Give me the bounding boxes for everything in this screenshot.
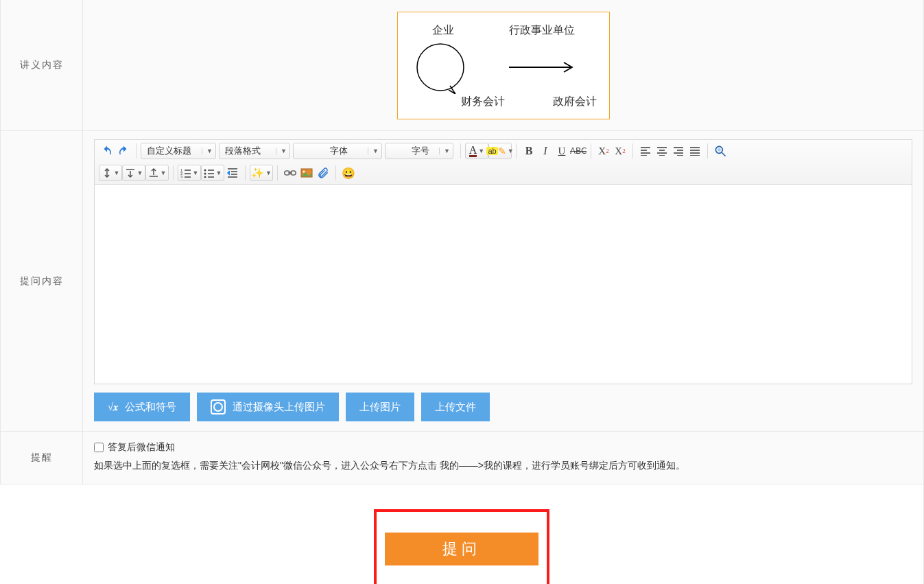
- wechat-notify-checkbox-wrapper[interactable]: 答复后微信通知: [94, 441, 912, 454]
- chevron-down-icon: ▼: [216, 170, 222, 176]
- chevron-down-icon: ▼: [137, 170, 143, 176]
- font-family-label: 字体: [330, 145, 348, 157]
- lecture-text-admin-unit: 行政事业单位: [509, 23, 575, 38]
- lecture-text-financial-accounting: 财务会计: [461, 95, 505, 109]
- redo-button[interactable]: [115, 143, 132, 159]
- row-question: 提问内容 自定义标题 ▼ 段落格式 ▼: [0, 131, 924, 432]
- paragraph-format-label: 段落格式: [225, 145, 261, 157]
- ordered-list-button[interactable]: 123 ▼: [178, 165, 201, 181]
- italic-button[interactable]: I: [537, 143, 554, 159]
- lecture-mid-row: [410, 40, 597, 96]
- lecture-diagram-box: 企业 行政事业单位 财务会计 政: [397, 12, 610, 119]
- wechat-notify-label: 答复后微信通知: [108, 441, 175, 454]
- reminder-content-cell: 答复后微信通知 如果选中上面的复选框，需要关注"会计网校"微信公众号，进入公众号…: [83, 432, 923, 484]
- custom-title-select[interactable]: 自定义标题 ▼: [141, 143, 216, 159]
- highlight-color-button[interactable]: ab✎ ▼: [488, 143, 512, 159]
- toolbar-separator: [173, 165, 174, 180]
- svg-point-0: [417, 44, 464, 91]
- submit-button[interactable]: 提问: [385, 533, 538, 565]
- chevron-down-icon: ▼: [478, 148, 484, 154]
- toolbar-separator: [277, 165, 278, 180]
- upload-image-button[interactable]: 上传图片: [346, 393, 414, 421]
- toolbar-separator: [591, 143, 591, 159]
- formula-button[interactable]: √𝑥 公式和符号: [94, 393, 190, 421]
- chevron-down-icon: ▼: [439, 148, 450, 154]
- chevron-down-icon: ▼: [265, 170, 272, 176]
- editor-textarea[interactable]: [95, 185, 912, 384]
- toolbar-separator: [136, 143, 137, 159]
- spacing-before-button[interactable]: ▼: [122, 165, 145, 181]
- align-justify-button[interactable]: [687, 143, 703, 159]
- chevron-down-icon: ▼: [193, 170, 199, 176]
- reminder-note-text: 如果选中上面的复选框，需要关注"会计网校"微信公众号，进入公众号右下方点击 我的…: [94, 458, 912, 474]
- rich-text-editor: 自定义标题 ▼ 段落格式 ▼ 字体 ▼ 字号 ▼ A ▼: [94, 139, 912, 384]
- lecture-top-row: 企业 行政事业单位: [410, 12, 597, 38]
- formula-icon: √𝑥: [108, 401, 118, 413]
- font-color-button[interactable]: A ▼: [465, 143, 488, 159]
- insert-link-button[interactable]: [282, 165, 298, 181]
- right-arrow-icon: [508, 59, 576, 78]
- lecture-content-cell: 企业 行政事业单位 财务会计 政: [83, 0, 923, 130]
- toolbar-separator: [516, 143, 517, 159]
- svg-point-32: [204, 170, 206, 172]
- svg-point-36: [204, 176, 206, 178]
- toolbar-separator: [245, 165, 246, 180]
- upload-image-label: 上传图片: [359, 401, 401, 414]
- align-center-button[interactable]: [654, 143, 670, 159]
- upload-actions: √𝑥 公式和符号 通过摄像头上传图片 上传图片 上传文件: [94, 393, 912, 421]
- submit-highlight-box: 提问: [374, 509, 549, 584]
- svg-line-19: [722, 153, 726, 156]
- chevron-down-icon: ▼: [202, 148, 213, 154]
- line-height-button[interactable]: ▼: [99, 165, 122, 181]
- submit-area: 提问: [0, 484, 924, 584]
- custom-title-label: 自定义标题: [147, 145, 191, 157]
- align-right-button[interactable]: [670, 143, 687, 159]
- bold-button[interactable]: B: [521, 143, 537, 159]
- editor-toolbar: 自定义标题 ▼ 段落格式 ▼ 字体 ▼ 字号 ▼ A ▼: [95, 140, 912, 185]
- font-size-select[interactable]: 字号 ▼: [385, 143, 453, 159]
- outdent-button[interactable]: [224, 165, 241, 181]
- strikethrough-button[interactable]: AB̶C̶: [570, 143, 587, 159]
- insert-emoji-button[interactable]: 😀: [340, 165, 357, 181]
- chevron-down-icon: ▼: [161, 170, 167, 176]
- camera-upload-label: 通过摄像头上传图片: [233, 401, 325, 414]
- magic-format-button[interactable]: ✨ ▼: [250, 165, 273, 181]
- upload-file-button[interactable]: 上传文件: [421, 393, 490, 421]
- wechat-notify-checkbox[interactable]: [94, 443, 104, 452]
- svg-point-46: [303, 171, 305, 173]
- upload-file-label: 上传文件: [435, 401, 476, 414]
- svg-point-20: [718, 148, 721, 152]
- lecture-bottom-row: 财务会计 政府会计: [410, 95, 597, 109]
- subscript-button[interactable]: X2: [612, 143, 628, 159]
- paragraph-format-select[interactable]: 段落格式 ▼: [219, 143, 290, 159]
- chevron-down-icon: ▼: [114, 170, 120, 176]
- chevron-down-icon: ▼: [276, 148, 287, 154]
- question-content-cell: 自定义标题 ▼ 段落格式 ▼ 字体 ▼ 字号 ▼ A ▼: [83, 131, 923, 431]
- circular-arrow-icon: [414, 40, 473, 96]
- superscript-button[interactable]: X2: [595, 143, 612, 159]
- camera-icon: [211, 399, 226, 414]
- align-left-button[interactable]: [637, 143, 654, 159]
- spacing-after-button[interactable]: ▼: [145, 165, 169, 181]
- zoom-button[interactable]: [712, 143, 728, 159]
- font-family-select[interactable]: 字体 ▼: [293, 143, 382, 159]
- label-lecture: 讲义内容: [1, 0, 83, 130]
- lecture-text-gov-accounting: 政府会计: [553, 95, 597, 109]
- undo-button[interactable]: [99, 143, 115, 159]
- row-lecture: 讲义内容 企业 行政事业单位: [0, 0, 924, 131]
- svg-text:3: 3: [180, 175, 183, 178]
- toolbar-separator: [335, 165, 336, 180]
- camera-upload-button[interactable]: 通过摄像头上传图片: [197, 393, 339, 421]
- font-size-label: 字号: [412, 145, 429, 157]
- lecture-text-enterprise: 企业: [432, 23, 454, 38]
- insert-image-button[interactable]: [298, 165, 315, 181]
- toolbar-separator: [460, 143, 461, 159]
- chevron-down-icon: ▼: [368, 148, 379, 154]
- underline-button[interactable]: U: [554, 143, 570, 159]
- chevron-down-icon: ▼: [508, 148, 514, 154]
- svg-point-34: [204, 173, 206, 175]
- insert-attachment-button[interactable]: [315, 165, 331, 181]
- formula-label: 公式和符号: [125, 401, 176, 414]
- label-reminder: 提醒: [1, 432, 83, 484]
- unordered-list-button[interactable]: ▼: [201, 165, 224, 181]
